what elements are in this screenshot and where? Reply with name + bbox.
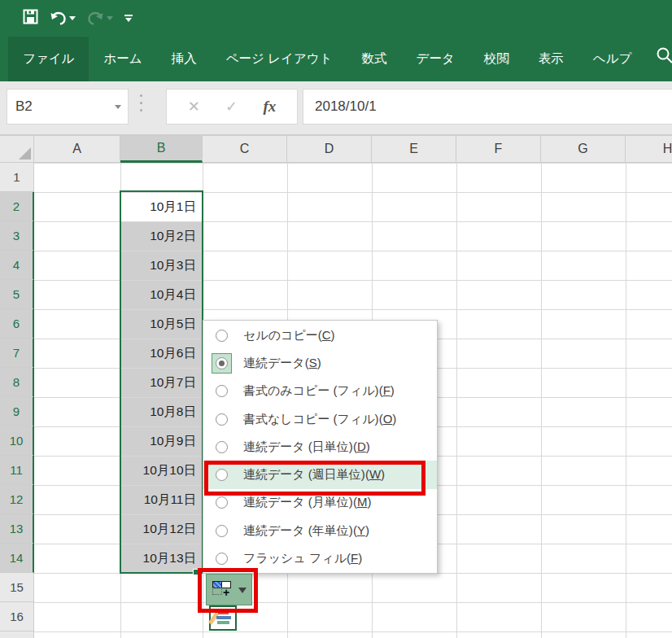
fill-option-label: 連続データ(S)	[243, 356, 321, 371]
formula-buttons: ✕ ✓ fx	[166, 89, 298, 125]
quick-analysis-button[interactable]	[209, 605, 237, 631]
column-header-B[interactable]: B	[120, 135, 203, 163]
cell-B8[interactable]: 10月7日	[121, 368, 202, 397]
fill-option-label: 連続データ (月単位)(M)	[243, 495, 371, 510]
customize-quick-access-toolbar-icon[interactable]	[124, 15, 133, 22]
fill-option-label: 連続データ (年単位)(Y)	[243, 523, 369, 539]
fill-option-fill-formatting-only[interactable]: 書式のみコピー (フィル)(F)	[203, 378, 437, 405]
column-header-G[interactable]: G	[541, 135, 626, 163]
fill-option-fill-weekdays[interactable]: 連続データ (週日単位)(W)	[203, 461, 437, 488]
quick-access-toolbar	[23, 0, 133, 37]
cell-B11[interactable]: 10月10日	[121, 456, 202, 485]
cell-B13[interactable]: 10月12日	[121, 514, 202, 544]
cell-B10[interactable]: 10月9日	[121, 426, 202, 456]
ribbon-tabs: ファイルホーム挿入ページ レイアウト数式データ校閲表示ヘルプ	[0, 37, 672, 81]
radio-icon[interactable]	[212, 326, 232, 346]
radio-icon[interactable]	[212, 521, 232, 541]
radio-icon[interactable]	[212, 409, 232, 430]
row-header-5[interactable]: 5	[0, 280, 34, 309]
name-box[interactable]: B2	[7, 89, 129, 125]
gridline	[34, 163, 672, 164]
radio-icon[interactable]	[212, 548, 232, 569]
radio-selected-icon[interactable]	[212, 353, 232, 374]
cell-B4[interactable]: 10月3日	[121, 251, 202, 280]
cell-B7[interactable]: 10月6日	[121, 339, 202, 368]
cell-B14[interactable]: 10月13日	[121, 544, 202, 573]
redo-dropdown-icon	[107, 16, 113, 20]
cell-B6[interactable]: 10月5日	[121, 309, 202, 339]
auto-fill-options-button[interactable]: +	[206, 574, 252, 605]
cancel-icon[interactable]: ✕	[188, 98, 200, 116]
row-header-17[interactable]	[0, 631, 34, 638]
gridline	[34, 631, 672, 632]
dropdown-arrow-icon[interactable]	[238, 588, 247, 593]
column-header-C[interactable]: C	[203, 135, 287, 163]
fill-option-flash-fill[interactable]: フラッシュ フィル(F)	[203, 544, 437, 572]
gridline	[34, 602, 672, 603]
row-header-9[interactable]: 9	[0, 397, 34, 426]
cell-B2[interactable]: 10月1日	[121, 192, 202, 221]
row-header-13[interactable]: 13	[0, 514, 34, 544]
fill-option-fill-days[interactable]: 連続データ (日単位)(D)	[203, 433, 437, 461]
radio-icon[interactable]	[212, 492, 232, 513]
tab-home[interactable]: ホーム	[89, 37, 156, 81]
cell-B3[interactable]: 10月2日	[121, 221, 202, 251]
formula-bar-separator	[140, 94, 142, 111]
row-header-2[interactable]: 2	[0, 192, 34, 221]
tab-view[interactable]: 表示	[524, 37, 578, 81]
tab-page-layout[interactable]: ページ レイアウト	[212, 37, 347, 81]
undo-dropdown-icon[interactable]	[69, 16, 76, 20]
insert-function-icon[interactable]: fx	[264, 98, 277, 116]
column-header-H[interactable]: H	[626, 135, 672, 163]
cell-B5[interactable]: 10月4日	[121, 280, 202, 309]
fill-option-fill-months[interactable]: 連続データ (月単位)(M)	[203, 489, 437, 517]
title-bar	[0, 0, 672, 37]
tab-help[interactable]: ヘルプ	[578, 37, 647, 81]
fill-option-fill-without-formatting[interactable]: 書式なしコピー (フィル)(O)	[203, 405, 437, 433]
select-all-corner[interactable]	[0, 135, 34, 163]
name-box-dropdown-icon[interactable]	[115, 105, 121, 109]
fill-option-label: 連続データ (週日単位)(W)	[243, 467, 385, 483]
row-header-12[interactable]: 12	[0, 485, 34, 514]
gridline	[626, 163, 626, 638]
fill-handle[interactable]	[193, 569, 199, 575]
fill-option-copy-cells[interactable]: セルのコピー(C)	[203, 321, 437, 349]
tab-file[interactable]: ファイル	[8, 37, 89, 81]
row-header-1[interactable]: 1	[0, 163, 34, 192]
row-header-10[interactable]: 10	[0, 426, 34, 456]
column-header-E[interactable]: E	[372, 135, 456, 163]
fill-option-fill-years[interactable]: 連続データ (年単位)(Y)	[203, 517, 437, 544]
radio-icon[interactable]	[212, 381, 232, 401]
row-header-3[interactable]: 3	[0, 221, 34, 251]
fill-option-fill-series[interactable]: 連続データ(S)	[203, 349, 437, 377]
column-header-D[interactable]: D	[287, 135, 372, 163]
cell-B9[interactable]: 10月8日	[121, 397, 202, 426]
row-header-4[interactable]: 4	[0, 251, 34, 280]
row-header-8[interactable]: 8	[0, 368, 34, 397]
column-header-A[interactable]: A	[34, 135, 120, 163]
row-header-6[interactable]: 6	[0, 309, 34, 339]
gridline	[456, 163, 457, 638]
row-header-14[interactable]: 14	[0, 544, 34, 573]
row-header-11[interactable]: 11	[0, 456, 34, 485]
enter-icon[interactable]: ✓	[225, 98, 238, 116]
search-icon[interactable]	[656, 46, 672, 69]
save-icon[interactable]	[23, 9, 38, 28]
radio-icon[interactable]	[212, 465, 232, 485]
fill-option-label: セルのコピー(C)	[243, 328, 335, 343]
fill-option-label: 書式なしコピー (フィル)(O)	[243, 412, 396, 427]
fill-option-label: 書式のみコピー (フィル)(F)	[243, 383, 395, 399]
tab-insert[interactable]: 挿入	[157, 37, 212, 81]
column-header-F[interactable]: F	[456, 135, 541, 163]
undo-button[interactable]	[50, 11, 76, 25]
tab-review[interactable]: 校閲	[469, 37, 524, 81]
radio-icon[interactable]	[212, 437, 232, 457]
row-header-15[interactable]: 15	[0, 573, 34, 602]
fill-option-label: 連続データ (日単位)(D)	[243, 439, 370, 455]
cell-B12[interactable]: 10月11日	[121, 485, 202, 514]
tab-formulas[interactable]: 数式	[347, 37, 402, 81]
formula-input[interactable]: 2018/10/1	[303, 89, 672, 125]
row-header-16[interactable]: 16	[0, 602, 34, 631]
row-header-7[interactable]: 7	[0, 339, 34, 368]
tab-data[interactable]: データ	[402, 37, 469, 81]
